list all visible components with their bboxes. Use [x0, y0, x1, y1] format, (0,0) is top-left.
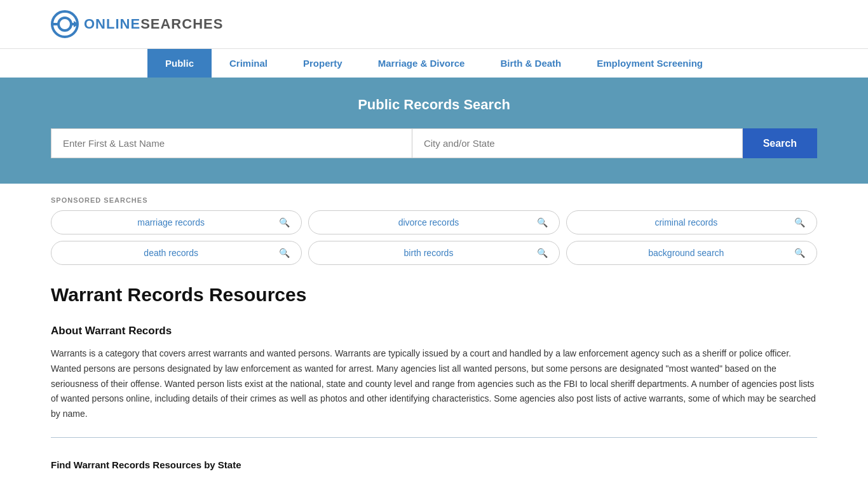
- sponsored-birth-records-label: birth records: [320, 248, 536, 258]
- hero-title: Public Records Search: [51, 97, 817, 113]
- location-input[interactable]: [412, 128, 743, 158]
- section-about-text: Warrants is a category that covers arres…: [51, 346, 817, 422]
- sponsored-criminal-records[interactable]: criminal records 🔍: [566, 210, 817, 234]
- logo[interactable]: ONLINE SEARCHES: [51, 10, 223, 38]
- page-title: Warrant Records Resources: [51, 284, 817, 306]
- find-by-state-title: Find Warrant Records Resources by State: [51, 453, 817, 477]
- logo-searches: SEARCHES: [140, 16, 223, 32]
- search-icon-criminal: 🔍: [794, 217, 805, 227]
- nav-criminal[interactable]: Criminal: [212, 49, 285, 78]
- sponsored-grid: marriage records 🔍 divorce records 🔍 cri…: [51, 210, 817, 265]
- sponsored-birth-records[interactable]: birth records 🔍: [308, 241, 559, 265]
- section-divider: [51, 437, 817, 438]
- sponsored-death-records-label: death records: [63, 248, 279, 258]
- logo-text: ONLINE SEARCHES: [84, 16, 223, 32]
- sponsored-background-search[interactable]: background search 🔍: [566, 241, 817, 265]
- section-about-title: About Warrant Records: [51, 325, 817, 337]
- sponsored-divorce-records[interactable]: divorce records 🔍: [308, 210, 559, 234]
- content-area: SPONSORED SEARCHES marriage records 🔍 di…: [0, 184, 868, 488]
- search-button[interactable]: Search: [743, 128, 817, 158]
- sponsored-death-records[interactable]: death records 🔍: [51, 241, 302, 265]
- search-icon-background: 🔍: [794, 248, 805, 258]
- search-icon-marriage: 🔍: [279, 217, 290, 227]
- nav-employment-screening[interactable]: Employment Screening: [579, 49, 721, 78]
- search-icon-birth: 🔍: [537, 248, 548, 258]
- nav-birth-death[interactable]: Birth & Death: [482, 49, 579, 78]
- hero-section: Public Records Search Search: [0, 78, 868, 184]
- sponsored-label: SPONSORED SEARCHES: [51, 196, 817, 204]
- header: ONLINE SEARCHES: [0, 0, 868, 48]
- search-icon-divorce: 🔍: [537, 217, 548, 227]
- sponsored-marriage-records-label: marriage records: [63, 217, 279, 227]
- name-input[interactable]: [51, 128, 412, 158]
- svg-point-1: [58, 18, 71, 30]
- search-bar: Search: [51, 128, 817, 158]
- sponsored-criminal-records-label: criminal records: [578, 217, 794, 227]
- sponsored-divorce-records-label: divorce records: [320, 217, 536, 227]
- search-icon-death: 🔍: [279, 248, 290, 258]
- nav-public[interactable]: Public: [147, 49, 212, 78]
- logo-online: ONLINE: [84, 16, 140, 32]
- sponsored-marriage-records[interactable]: marriage records 🔍: [51, 210, 302, 234]
- sponsored-background-search-label: background search: [578, 248, 794, 258]
- nav-property[interactable]: Property: [285, 49, 360, 78]
- logo-icon: [51, 10, 79, 38]
- nav-marriage-divorce[interactable]: Marriage & Divorce: [360, 49, 483, 78]
- main-nav: Public Criminal Property Marriage & Divo…: [0, 48, 868, 78]
